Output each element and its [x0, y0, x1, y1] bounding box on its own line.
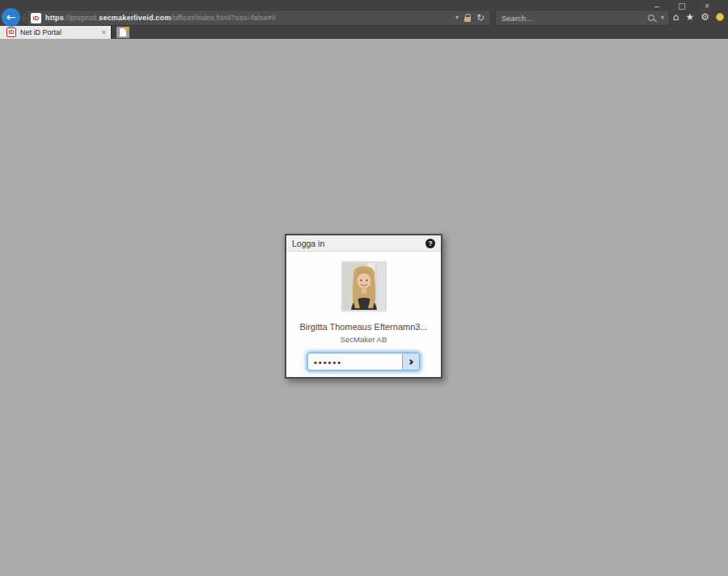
- favorites-star-icon[interactable]: ★: [685, 11, 694, 23]
- page-content: Logga in ?: [0, 39, 728, 576]
- organization-name: SecMaker AB: [286, 335, 441, 344]
- back-button[interactable]: ←: [2, 8, 20, 27]
- user-name: Birgitta Thomeaus Efternamn3...: [286, 322, 441, 332]
- search-dropdown-icon[interactable]: ▾: [661, 15, 669, 21]
- url-domain: secmakerliveid.com: [99, 14, 171, 22]
- password-row: [307, 353, 420, 371]
- refresh-icon[interactable]: ↻: [476, 13, 485, 23]
- command-bar: ⌂ ★ ⚙: [673, 11, 724, 23]
- tab-bar: iD Net iD Portal ×: [0, 26, 728, 39]
- new-tab-icon: [120, 28, 126, 36]
- address-bar-icons: ▾ ↻: [455, 13, 490, 23]
- site-favicon: iD: [31, 13, 41, 23]
- login-dialog: Logga in ?: [285, 234, 442, 379]
- submit-arrow-icon: [407, 358, 413, 364]
- maximize-button[interactable]: □: [674, 0, 690, 12]
- address-bar[interactable]: iD https://preprod.secmakerliveid.com/of…: [27, 10, 491, 26]
- autocomplete-dropdown-icon[interactable]: ▾: [455, 15, 459, 21]
- password-input[interactable]: [307, 353, 402, 371]
- url-scheme: https: [45, 14, 64, 22]
- tab-title: Net iD Portal: [20, 28, 61, 36]
- search-input[interactable]: [496, 14, 648, 23]
- search-box[interactable]: ▾: [495, 10, 670, 26]
- feedback-smiley-icon[interactable]: [716, 13, 724, 21]
- login-submit-button[interactable]: [402, 353, 420, 371]
- tab-net-id-portal[interactable]: iD Net iD Portal ×: [0, 26, 112, 39]
- tab-favicon: iD: [6, 28, 16, 37]
- user-photo: [341, 261, 387, 311]
- close-button[interactable]: ×: [699, 0, 715, 12]
- security-lock-icon[interactable]: [464, 17, 471, 22]
- login-dialog-header: Logga in ?: [286, 235, 441, 252]
- dialog-title: Logga in: [292, 239, 324, 248]
- new-tab-button[interactable]: [116, 27, 129, 38]
- url-path: /officer/index.html?sso=false#!/: [171, 14, 276, 22]
- settings-gear-icon[interactable]: ⚙: [700, 11, 709, 23]
- search-icon[interactable]: [648, 15, 654, 21]
- tab-close-icon[interactable]: ×: [102, 28, 111, 36]
- url-subdomain: ://preprod.: [64, 14, 99, 22]
- home-icon[interactable]: ⌂: [673, 11, 679, 23]
- help-icon[interactable]: ?: [425, 239, 435, 248]
- login-dialog-body: Birgitta Thomeaus Efternamn3... SecMaker…: [286, 261, 441, 371]
- browser-chrome: – □ × ← → iD https://preprod.secmakerliv…: [0, 0, 728, 39]
- url-text[interactable]: https://preprod.secmakerliveid.com/offic…: [45, 14, 276, 22]
